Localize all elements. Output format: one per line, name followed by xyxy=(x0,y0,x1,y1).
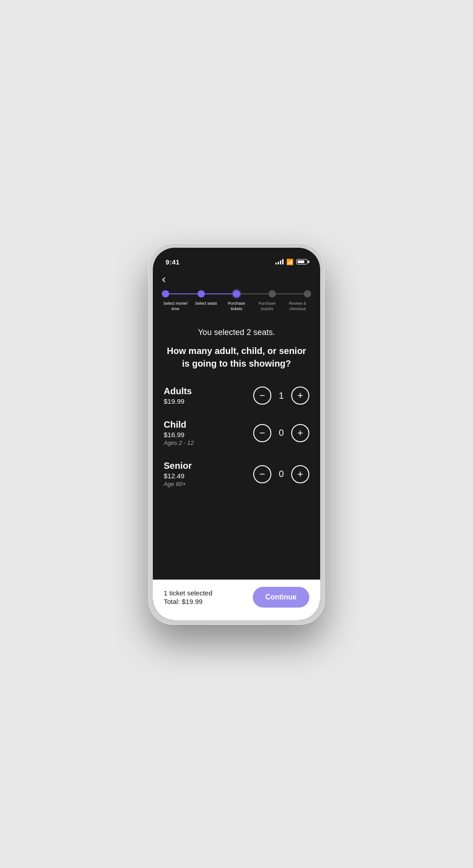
notch xyxy=(207,248,266,261)
ticket-note-child: Ages 2 - 12 xyxy=(164,439,253,446)
seats-info: You selected 2 seats. xyxy=(164,328,309,337)
bottom-bar: 1 ticket selected Total: $19.99 Continue xyxy=(153,580,320,620)
ticket-info-senior: Senior $12.49 Age 60+ xyxy=(164,461,253,487)
ticket-type-adults: Adults xyxy=(164,386,253,396)
stepper-label-2: Select seats xyxy=(193,301,220,311)
stepper-labels: Select movie/ time Select seats Purchase… xyxy=(162,301,311,311)
phone-screen: 9:41 📶 ‹ xyxy=(153,248,320,620)
status-icons: 📶 xyxy=(275,259,307,265)
total-amount: $19.99 xyxy=(182,598,203,605)
stepper-dot-4 xyxy=(269,290,276,297)
total-price: Total: $19.99 xyxy=(164,598,213,605)
stepper-dot-5 xyxy=(304,290,311,297)
ticket-row-adults: Adults $19.99 − 1 + xyxy=(164,386,309,405)
child-increment-button[interactable]: + xyxy=(291,424,309,442)
phone-frame: 9:41 📶 ‹ xyxy=(148,243,325,625)
adults-count: 1 xyxy=(277,391,286,401)
ticket-type-child: Child xyxy=(164,420,253,430)
ticket-row-child: Child $16.99 Ages 2 - 12 − 0 + xyxy=(164,420,309,446)
stepper-label-1: Select movie/ time xyxy=(162,301,189,311)
ticket-row-senior: Senior $12.49 Age 60+ − 0 + xyxy=(164,461,309,487)
child-decrement-button[interactable]: − xyxy=(253,424,271,442)
stepper-dot-1 xyxy=(162,290,169,297)
senior-decrement-button[interactable]: − xyxy=(253,465,271,483)
child-count: 0 xyxy=(277,428,286,438)
senior-count: 0 xyxy=(277,469,286,479)
battery-icon xyxy=(296,259,307,264)
signal-icon xyxy=(275,259,284,264)
ticket-price-child: $16.99 xyxy=(164,431,253,439)
ticket-info-child: Child $16.99 Ages 2 - 12 xyxy=(164,420,253,446)
tickets-selected: 1 ticket selected xyxy=(164,589,213,597)
stepper-dot-2 xyxy=(198,290,205,297)
screen-content: ‹ Select movie/ time Select seats Purcha… xyxy=(153,269,320,620)
counter-senior: − 0 + xyxy=(253,465,309,483)
status-time: 9:41 xyxy=(166,258,180,266)
top-nav: ‹ xyxy=(153,269,320,290)
counter-adults: − 1 + xyxy=(253,387,309,405)
senior-increment-button[interactable]: + xyxy=(291,465,309,483)
total-label: Total: xyxy=(164,598,180,605)
adults-decrement-button[interactable]: − xyxy=(253,387,271,405)
stepper-label-4: Purchase snacks xyxy=(254,301,281,311)
ticket-price-adults: $19.99 xyxy=(164,397,253,405)
wifi-icon: 📶 xyxy=(286,259,293,265)
stepper-label-5: Review & checkout xyxy=(284,301,311,311)
continue-button[interactable]: Continue xyxy=(253,587,309,608)
ticket-price-senior: $12.49 xyxy=(164,472,253,480)
stepper-label-3: Purchase tickets xyxy=(223,301,250,311)
progress-stepper: Select movie/ time Select seats Purchase… xyxy=(153,290,320,321)
ticket-info-adults: Adults $19.99 xyxy=(164,386,253,405)
back-button[interactable]: ‹ xyxy=(162,273,311,285)
adults-increment-button[interactable]: + xyxy=(291,387,309,405)
ticket-note-senior: Age 60+ xyxy=(164,481,253,487)
stepper-dot-3 xyxy=(233,290,240,297)
counter-child: − 0 + xyxy=(253,424,309,442)
stepper-track xyxy=(162,290,311,297)
scroll-area: You selected 2 seats. How many adult, ch… xyxy=(153,321,320,580)
ticket-type-senior: Senior xyxy=(164,461,253,471)
bottom-info: 1 ticket selected Total: $19.99 xyxy=(164,589,213,605)
question-text: How many adult, child, or senior is goin… xyxy=(164,344,309,370)
